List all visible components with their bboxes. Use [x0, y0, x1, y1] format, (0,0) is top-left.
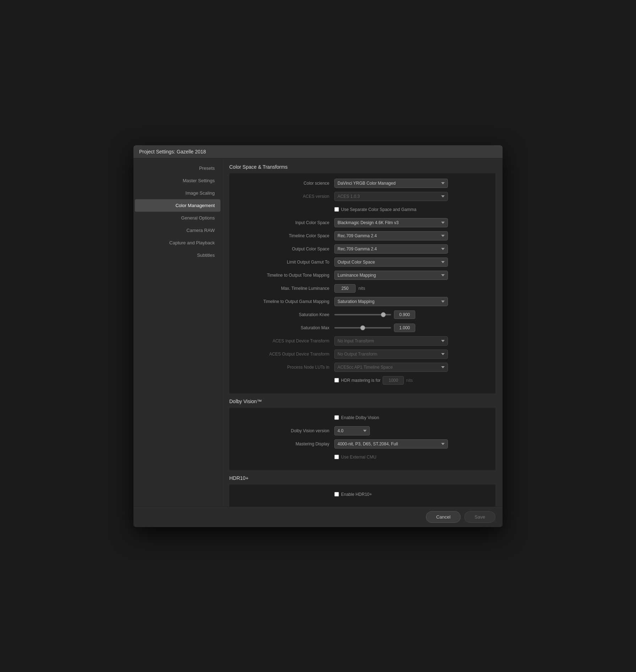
enable-hdr10-label: Enable HDR10+	[341, 492, 372, 497]
sidebar-item-image-scaling[interactable]: Image Scaling	[133, 187, 222, 199]
dolby-version-label: Dolby Vision version	[235, 428, 334, 433]
limit-output-gamut-row: Limit Output Gamut To Output Color Space	[235, 257, 490, 267]
aces-input-row: ACES Input Device Transform No Input Tra…	[235, 336, 490, 346]
sidebar: Presets Master Settings Image Scaling Co…	[133, 158, 222, 506]
enable-hdr10-control: Enable HDR10+	[334, 492, 490, 497]
section-title-color-space: Color Space & Transforms	[229, 164, 495, 170]
input-color-space-label: Input Color Space	[235, 220, 334, 225]
aces-input-label: ACES Input Device Transform	[235, 338, 334, 343]
mastering-display-dropdown[interactable]: 4000-nit, P3, D65, ST.2084, Full	[334, 439, 448, 449]
dolby-vision-panel: Enable Dolby Vision Dolby Vision version…	[229, 408, 495, 470]
dolby-version-control: 4.0	[334, 426, 490, 435]
aces-input-dropdown[interactable]: No Input Transform	[334, 336, 448, 346]
timeline-color-space-label: Timeline Color Space	[235, 233, 334, 238]
enable-dolby-checkbox-wrap: Enable Dolby Vision	[334, 415, 379, 420]
gamut-mapping-control: Saturation Mapping	[334, 297, 490, 306]
saturation-max-input[interactable]	[394, 324, 415, 332]
color-space-transforms-panel: Color science DaVinci YRGB Color Managed…	[229, 173, 495, 394]
enable-hdr10-checkbox[interactable]	[334, 492, 339, 497]
input-color-space-row: Input Color Space Blackmagic Design 4.6K…	[235, 218, 490, 228]
external-cmu-checkbox[interactable]	[334, 455, 339, 459]
output-color-space-control: Rec.709 Gamma 2.4	[334, 244, 490, 254]
limit-output-gamut-label: Limit Output Gamut To	[235, 260, 334, 265]
color-science-dropdown[interactable]: DaVinci YRGB Color Managed	[334, 179, 448, 188]
hdr-mastering-input[interactable]	[383, 376, 404, 385]
sidebar-item-color-management[interactable]: Color Management	[135, 199, 220, 212]
dolby-version-row: Dolby Vision version 4.0	[235, 426, 490, 436]
separate-color-space-row: Use Separate Color Space and Gamma	[235, 205, 490, 215]
cancel-button[interactable]: Cancel	[426, 511, 461, 523]
tone-mapping-control: Luminance Mapping	[334, 271, 490, 280]
process-node-control: ACEScc AP1 Timeline Space	[334, 363, 490, 372]
input-color-space-dropdown[interactable]: Blackmagic Design 4.6K Film v3	[334, 218, 448, 227]
timeline-color-space-row: Timeline Color Space Rec.709 Gamma 2.4	[235, 231, 490, 241]
hdr-mastering-row: HDR mastering is for nits	[235, 375, 490, 385]
sidebar-item-capture-playback[interactable]: Capture and Playback	[133, 237, 222, 249]
saturation-knee-label: Saturation Knee	[235, 312, 334, 317]
gamut-mapping-label: Timeline to Output Gamut Mapping	[235, 299, 334, 304]
hdr-mastering-unit: nits	[406, 378, 413, 383]
external-cmu-checkbox-wrap: Use External CMU	[334, 455, 376, 460]
max-luminance-row: Max. Timeline Luminance nits	[235, 283, 490, 293]
max-luminance-input[interactable]	[334, 284, 356, 293]
hdr-mastering-checkbox[interactable]	[334, 378, 339, 383]
tone-mapping-dropdown[interactable]: Luminance Mapping	[334, 271, 448, 280]
separate-color-space-checkbox-wrap: Use Separate Color Space and Gamma	[334, 207, 416, 212]
color-science-control: DaVinci YRGB Color Managed	[334, 179, 490, 188]
hdr10-title: HDR10+	[229, 475, 495, 481]
external-cmu-control: Use External CMU	[334, 455, 490, 460]
limit-output-gamut-control: Output Color Space	[334, 258, 490, 267]
separate-color-space-checkbox-label: Use Separate Color Space and Gamma	[341, 207, 416, 212]
sidebar-item-camera-raw[interactable]: Camera RAW	[133, 224, 222, 237]
output-color-space-label: Output Color Space	[235, 246, 334, 251]
limit-output-gamut-dropdown[interactable]: Output Color Space	[334, 258, 448, 267]
process-node-row: Process Node LUTs in ACEScc AP1 Timeline…	[235, 362, 490, 372]
max-luminance-control: nits	[334, 284, 490, 293]
aces-output-dropdown[interactable]: No Output Transform	[334, 349, 448, 359]
aces-version-control: ACES 1.0.3	[334, 192, 490, 201]
saturation-max-row: Saturation Max	[235, 323, 490, 333]
sidebar-item-general-options[interactable]: General Options	[133, 212, 222, 224]
sidebar-item-master-settings[interactable]: Master Settings	[133, 174, 222, 187]
hdr-mastering-checkbox-label: HDR mastering is for	[341, 378, 380, 383]
saturation-max-label: Saturation Max	[235, 325, 334, 330]
save-button[interactable]: Save	[464, 511, 495, 523]
timeline-color-space-control: Rec.709 Gamma 2.4	[334, 231, 490, 240]
mastering-display-label: Mastering Display	[235, 441, 334, 446]
saturation-max-slider[interactable]	[334, 327, 391, 329]
separate-color-space-control: Use Separate Color Space and Gamma	[334, 207, 490, 212]
aces-output-label: ACES Output Device Transform	[235, 352, 334, 357]
aces-version-dropdown[interactable]: ACES 1.0.3	[334, 192, 448, 201]
dolby-vision-title: Dolby Vision™	[229, 399, 495, 404]
input-color-space-control: Blackmagic Design 4.6K Film v3	[334, 218, 490, 227]
dialog-footer: Cancel Save	[133, 506, 503, 527]
saturation-knee-slider-wrap	[334, 310, 415, 319]
process-node-dropdown[interactable]: ACEScc AP1 Timeline Space	[334, 363, 448, 372]
hdr-mastering-checkbox-wrap: HDR mastering is for nits	[334, 376, 413, 385]
saturation-knee-input[interactable]	[394, 310, 415, 319]
output-color-space-dropdown[interactable]: Rec.709 Gamma 2.4	[334, 244, 448, 254]
aces-version-row: ACES version ACES 1.0.3	[235, 191, 490, 201]
gamut-mapping-dropdown[interactable]: Saturation Mapping	[334, 297, 448, 306]
hdr10-panel: Enable HDR10+	[229, 484, 495, 506]
enable-dolby-control: Enable Dolby Vision	[334, 415, 490, 420]
sidebar-item-presets[interactable]: Presets	[133, 162, 222, 174]
separate-color-space-checkbox[interactable]	[334, 207, 339, 212]
sidebar-item-subtitles[interactable]: Subtitles	[133, 249, 222, 261]
aces-input-control: No Input Transform	[334, 336, 490, 346]
project-settings-dialog: Project Settings: Gazelle 2018 Presets M…	[133, 145, 503, 527]
mastering-display-row: Mastering Display 4000-nit, P3, D65, ST.…	[235, 439, 490, 449]
enable-dolby-checkbox[interactable]	[334, 415, 339, 420]
color-science-row: Color science DaVinci YRGB Color Managed	[235, 178, 490, 188]
hdr-mastering-control: HDR mastering is for nits	[334, 376, 490, 385]
title-bar: Project Settings: Gazelle 2018	[133, 145, 503, 158]
saturation-max-control	[334, 324, 490, 332]
dolby-version-dropdown[interactable]: 4.0	[334, 426, 370, 435]
saturation-knee-row: Saturation Knee	[235, 310, 490, 320]
timeline-color-space-dropdown[interactable]: Rec.709 Gamma 2.4	[334, 231, 448, 240]
saturation-knee-slider[interactable]	[334, 314, 391, 315]
aces-version-label: ACES version	[235, 194, 334, 199]
output-color-space-row: Output Color Space Rec.709 Gamma 2.4	[235, 244, 490, 254]
saturation-knee-control	[334, 310, 490, 319]
external-cmu-label: Use External CMU	[341, 455, 376, 460]
